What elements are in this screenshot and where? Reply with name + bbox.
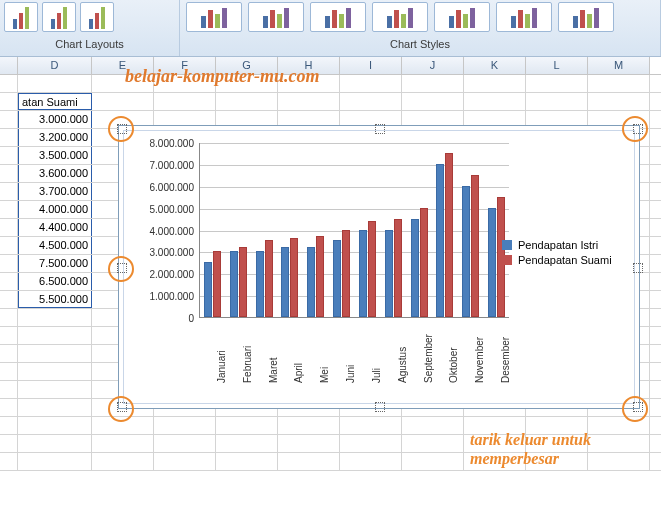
x-tick-label: Agustus xyxy=(397,347,405,383)
resize-handle-mr[interactable] xyxy=(633,263,641,271)
table-row[interactable]: atan Suami xyxy=(0,93,661,111)
plot xyxy=(199,143,509,318)
column-header[interactable]: D xyxy=(18,57,92,74)
y-tick-label: 4.000.000 xyxy=(150,225,195,236)
y-tick-label: 0 xyxy=(188,313,194,324)
chart-style-thumb[interactable] xyxy=(186,2,242,32)
y-tick-label: 6.000.000 xyxy=(150,181,195,192)
resize-handle-tm[interactable] xyxy=(375,124,383,132)
y-tick-label: 8.000.000 xyxy=(150,138,195,149)
chart-layout-thumb[interactable] xyxy=(80,2,114,32)
chart-plot-area[interactable]: 01.000.0002.000.0003.000.0004.000.0005.0… xyxy=(123,130,635,404)
column-header[interactable]: H xyxy=(278,57,340,74)
ribbon-group-label: Chart Styles xyxy=(180,36,660,50)
legend-label: Pendapatan Istri xyxy=(518,239,598,251)
column-header[interactable]: M xyxy=(588,57,650,74)
chart-style-thumb[interactable] xyxy=(248,2,304,32)
resize-handle-ml[interactable] xyxy=(117,263,125,271)
chart-object[interactable]: 01.000.0002.000.0003.000.0004.000.0005.0… xyxy=(118,125,640,409)
ribbon-group-chart-styles: Chart Styles xyxy=(180,0,661,56)
x-tick-label: Oktober xyxy=(448,347,456,383)
chart-layout-thumb[interactable] xyxy=(42,2,76,32)
x-tick-label: April xyxy=(293,363,301,383)
chart-style-thumb[interactable] xyxy=(372,2,428,32)
x-tick-label: Januari xyxy=(216,350,224,383)
table-row[interactable] xyxy=(0,75,661,93)
column-header[interactable]: L xyxy=(526,57,588,74)
y-tick-label: 7.000.000 xyxy=(150,159,195,170)
chart-style-thumb[interactable] xyxy=(496,2,552,32)
x-tick-label: Mei xyxy=(319,367,327,383)
column-headers: DEFGHIJKLM xyxy=(0,57,661,75)
legend-swatch-suami xyxy=(502,255,512,265)
x-tick-label: Desember xyxy=(500,337,508,383)
x-tick-label: Juni xyxy=(345,365,353,383)
legend-label: Pendapatan Suami xyxy=(518,254,612,266)
chart-style-thumb[interactable] xyxy=(310,2,366,32)
y-tick-label: 3.000.000 xyxy=(150,247,195,258)
x-axis-labels: JanuariFebruariMaretAprilMeiJuniJuliAgus… xyxy=(199,321,509,391)
ribbon: Chart Layouts Chart Styles xyxy=(0,0,661,57)
legend-swatch-istri xyxy=(502,240,512,250)
x-tick-label: November xyxy=(474,337,482,383)
column-header[interactable]: I xyxy=(340,57,402,74)
y-tick-label: 5.000.000 xyxy=(150,203,195,214)
x-tick-label: Maret xyxy=(268,357,276,383)
resize-handle-tr[interactable] xyxy=(633,124,641,132)
column-header[interactable]: E xyxy=(92,57,154,74)
ribbon-group-label: Chart Layouts xyxy=(0,36,179,50)
resize-handle-bl[interactable] xyxy=(117,402,125,410)
resize-handle-bm[interactable] xyxy=(375,402,383,410)
column-header[interactable]: G xyxy=(216,57,278,74)
ribbon-group-chart-layouts: Chart Layouts xyxy=(0,0,180,56)
chart-style-thumb[interactable] xyxy=(558,2,614,32)
legend: Pendapatan Istri Pendapatan Suami xyxy=(502,236,620,269)
resize-handle-br[interactable] xyxy=(633,402,641,410)
resize-handle-tl[interactable] xyxy=(117,124,125,132)
column-header[interactable]: J xyxy=(402,57,464,74)
chart-layout-thumb[interactable] xyxy=(4,2,38,32)
x-tick-label: Juli xyxy=(371,368,379,383)
y-axis-labels: 01.000.0002.000.0003.000.0004.000.0005.0… xyxy=(132,143,196,318)
x-tick-label: Februari xyxy=(242,346,250,383)
x-tick-label: September xyxy=(423,334,431,383)
annotation-text: tarik keluar untuk memperbesar xyxy=(470,430,591,468)
column-header[interactable]: K xyxy=(464,57,526,74)
column-header[interactable]: F xyxy=(154,57,216,74)
chart-style-thumb[interactable] xyxy=(434,2,490,32)
y-tick-label: 1.000.000 xyxy=(150,291,195,302)
y-tick-label: 2.000.000 xyxy=(150,269,195,280)
